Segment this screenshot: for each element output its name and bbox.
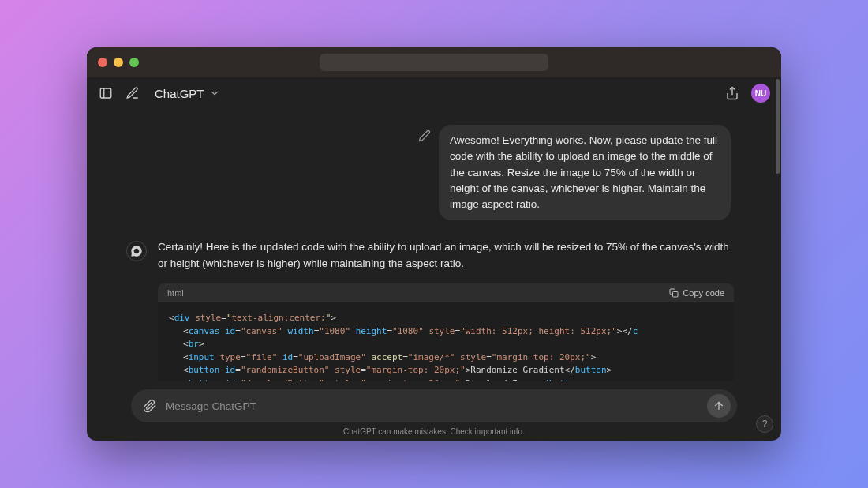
chat-area: Awesome! Everything works. Now, please u… xyxy=(87,109,781,381)
user-avatar[interactable]: NU xyxy=(751,84,770,103)
minimize-window-button[interactable] xyxy=(114,58,123,67)
copy-icon xyxy=(669,288,679,298)
assistant-message: Certainly! Here is the updated code with… xyxy=(158,239,734,272)
user-message-row: Awesome! Everything works. Now, please u… xyxy=(126,125,734,220)
svg-rect-3 xyxy=(673,292,679,298)
model-name: ChatGPT xyxy=(155,87,204,100)
disclaimer: ChatGPT can make mistakes. Check importa… xyxy=(87,427,781,441)
titlebar xyxy=(87,47,781,77)
new-chat-icon[interactable] xyxy=(125,85,140,101)
message-input[interactable] xyxy=(166,400,699,412)
share-icon[interactable] xyxy=(724,85,740,101)
user-message: Awesome! Everything works. Now, please u… xyxy=(439,125,731,220)
model-selector[interactable]: ChatGPT xyxy=(155,87,220,100)
composer-area xyxy=(87,381,781,427)
app-window: ChatGPT NU Awesome! Everything works. No… xyxy=(87,47,781,441)
app-header: ChatGPT NU xyxy=(87,77,781,109)
copy-code-button[interactable]: Copy code xyxy=(669,288,724,298)
code-language-label: html xyxy=(167,288,184,298)
assistant-avatar-icon xyxy=(126,241,147,261)
code-header: html Copy code xyxy=(158,283,734,302)
close-window-button[interactable] xyxy=(98,58,107,67)
composer xyxy=(131,389,737,422)
code-content[interactable]: <div style="text-align:center;"> <canvas… xyxy=(158,302,734,381)
sidebar-toggle-icon[interactable] xyxy=(98,85,114,101)
help-button[interactable]: ? xyxy=(756,415,773,433)
code-block: html Copy code <div style="text-align:ce… xyxy=(158,283,734,381)
edit-message-icon[interactable] xyxy=(418,130,431,142)
traffic-lights xyxy=(98,58,139,67)
attach-file-icon[interactable] xyxy=(142,398,158,414)
send-button[interactable] xyxy=(707,394,731,418)
maximize-window-button[interactable] xyxy=(129,58,139,67)
assistant-message-row: Certainly! Here is the updated code with… xyxy=(126,239,734,381)
url-bar[interactable] xyxy=(320,54,548,71)
copy-code-label: Copy code xyxy=(683,288,724,298)
svg-rect-0 xyxy=(100,88,111,98)
chevron-down-icon xyxy=(209,88,220,99)
